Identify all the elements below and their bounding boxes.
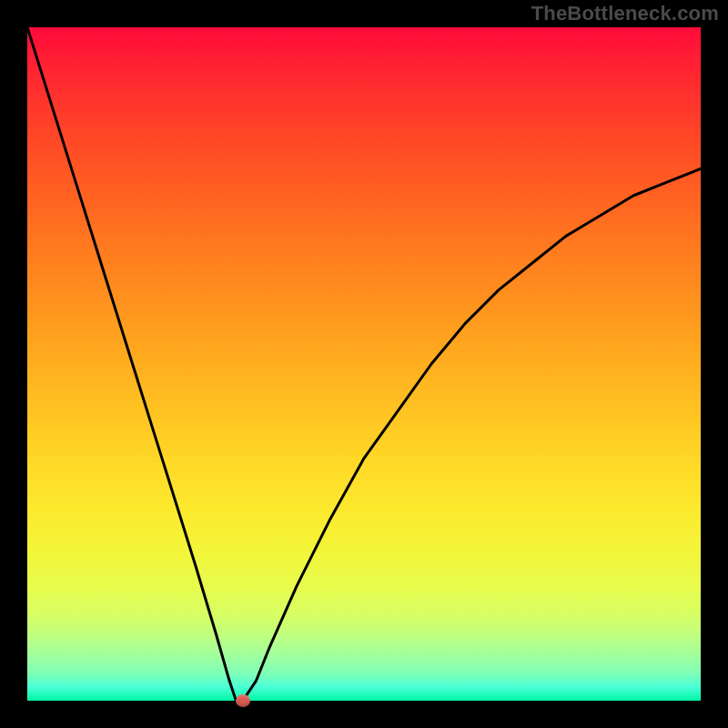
watermark-text: TheBottleneck.com <box>531 2 719 25</box>
plot-area <box>27 27 701 701</box>
minimum-marker <box>236 694 250 707</box>
curve-svg <box>27 27 701 701</box>
chart-frame: TheBottleneck.com <box>0 0 728 728</box>
bottleneck-curve <box>27 27 701 701</box>
